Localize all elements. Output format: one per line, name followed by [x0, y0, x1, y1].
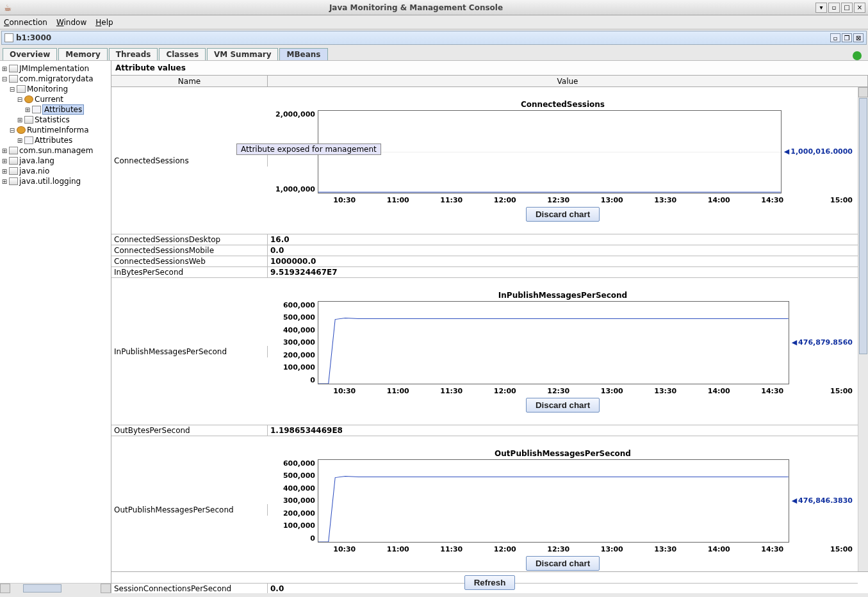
mbean-tree: ⊞JMImplementation ⊟com.migratorydata ⊟Mo…	[0, 61, 111, 189]
tree-node-attributes[interactable]: ⊞Attributes	[1, 104, 110, 115]
tree-horizontal-scrollbar[interactable]	[0, 583, 111, 593]
chart-plot[interactable]	[318, 459, 789, 543]
chart-plot[interactable]	[318, 301, 789, 384]
maximize-button[interactable]: □	[841, 3, 853, 13]
restore-button[interactable]: ▫	[828, 3, 840, 13]
tree-node-runtimeinfo[interactable]: ⊟RuntimeInforma	[1, 125, 110, 135]
tree-node-attributes2[interactable]: ⊞Attributes	[1, 135, 110, 145]
folder-icon	[9, 75, 18, 83]
attr-row-connectedsessions[interactable]: ConnectedSessions ConnectedSessions 2,00…	[111, 87, 858, 234]
attr-row-inbytes[interactable]: InBytesPerSecond9.519324467E7	[111, 267, 858, 278]
menubar: Connection Window Help	[0, 15, 868, 29]
main-split: ⊞JMImplementation ⊟com.migratorydata ⊟Mo…	[0, 60, 868, 593]
attr-name: OutPublishMessagesPerSecond	[111, 504, 268, 516]
tab-mbeans[interactable]: MBeans	[279, 48, 327, 60]
attribute-table-body: ConnectedSessions ConnectedSessions 2,00…	[111, 87, 868, 593]
tab-threads[interactable]: Threads	[109, 48, 158, 60]
refresh-button[interactable]: Refresh	[464, 575, 516, 590]
chart-current-value: ◀476,879.8560	[789, 301, 853, 384]
window-controls: ▾ ▫ □ ×	[815, 3, 865, 13]
document-title: b1:3000	[16, 33, 829, 42]
document-icon	[4, 33, 13, 42]
attr-row-cs-web[interactable]: ConnectedSessionsWeb1000000.0	[111, 256, 858, 267]
folder-icon	[9, 167, 18, 175]
folder-icon	[9, 157, 18, 165]
window-title: Java Monitoring & Management Console	[17, 3, 815, 12]
internal-close-button[interactable]: ⊠	[853, 33, 864, 42]
attr-value-chart: InPublishMessagesPerSecond 600,000500,00…	[268, 288, 858, 415]
vertical-scrollbar[interactable]	[858, 87, 868, 571]
connection-status-icon	[853, 51, 862, 60]
folder-icon	[24, 116, 33, 124]
tooltip: Attribute exposed for management	[236, 143, 381, 155]
menu-connection[interactable]: Connection	[4, 18, 47, 27]
scroll-up-button[interactable]	[858, 87, 868, 97]
titlebar: ☕ Java Monitoring & Management Console ▾…	[0, 0, 868, 15]
mbean-tree-pane: ⊞JMImplementation ⊟com.migratorydata ⊟Mo…	[0, 61, 111, 593]
menu-window[interactable]: Window	[56, 18, 86, 27]
minimize-button[interactable]: ▾	[815, 3, 827, 13]
chart-current-value: ◀1,000,016.0000	[782, 110, 853, 193]
discard-chart-button[interactable]: Discard chart	[526, 398, 600, 413]
y-axis: 600,000500,000400,000300,000200,000100,0…	[273, 301, 318, 384]
chart-title: ConnectedSessions	[273, 100, 853, 109]
column-name[interactable]: Name	[111, 76, 268, 86]
attr-row-inpublish[interactable]: InPublishMessagesPerSecond InPublishMess…	[111, 278, 858, 425]
attribute-panel: Attribute values Name Value ConnectedSes…	[111, 61, 868, 593]
attribute-header: Attribute values	[111, 61, 868, 76]
bean-icon	[17, 126, 26, 134]
scroll-thumb[interactable]	[23, 584, 61, 593]
folder-icon	[9, 65, 18, 72]
menu-help[interactable]: Help	[95, 18, 113, 27]
discard-chart-button[interactable]: Discard chart	[526, 556, 600, 571]
tree-node-jmimplementation[interactable]: ⊞JMImplementation	[1, 63, 110, 74]
java-icon: ☕	[3, 3, 13, 13]
scroll-right-button[interactable]	[101, 584, 111, 593]
x-axis: 10:3011:0011:3012:0012:3013:0013:3014:00…	[318, 387, 853, 395]
internal-window-titlebar: b1:3000 ▫ ❐ ⊠	[1, 31, 867, 45]
tree-node-javalang[interactable]: ⊞java.lang	[1, 156, 110, 166]
attributes-icon	[24, 136, 33, 144]
attr-row-cs-mobile[interactable]: ConnectedSessionsMobile0.0	[111, 245, 858, 256]
folder-icon	[9, 177, 18, 185]
attributes-icon	[32, 106, 41, 113]
tab-classes[interactable]: Classes	[159, 48, 206, 60]
y-axis: 600,000500,000400,000300,000200,000100,0…	[273, 459, 318, 543]
column-value[interactable]: Value	[268, 76, 868, 86]
attribute-column-header: Name Value	[111, 76, 868, 87]
chart-title: OutPublishMessagesPerSecond	[273, 449, 853, 458]
attr-row-outbytes[interactable]: OutBytesPerSecond1.1986534469E8	[111, 425, 858, 436]
attr-name: InPublishMessagesPerSecond	[111, 346, 268, 357]
tree-node-monitoring[interactable]: ⊟Monitoring	[1, 84, 110, 94]
chart-current-value: ◀476,846.3830	[789, 459, 853, 543]
tree-node-current[interactable]: ⊟Current	[1, 94, 110, 104]
internal-minimize-button[interactable]: ▫	[830, 33, 840, 42]
x-axis: 10:3011:0011:3012:0012:3013:0013:3014:00…	[318, 196, 853, 204]
attr-row-cs-desktop[interactable]: ConnectedSessionsDesktop16.0	[111, 234, 858, 245]
tree-node-migratorydata[interactable]: ⊟com.migratorydata	[1, 74, 110, 84]
chart-title: InPublishMessagesPerSecond	[273, 291, 853, 300]
scroll-left-button[interactable]	[0, 584, 10, 593]
tree-node-sunmanagement[interactable]: ⊞com.sun.managem	[1, 145, 110, 156]
attr-value-chart: OutPublishMessagesPerSecond 600,000500,0…	[268, 446, 858, 573]
bean-icon	[24, 95, 33, 103]
close-button[interactable]: ×	[854, 3, 865, 13]
attr-name: ConnectedSessions	[111, 155, 268, 167]
refresh-bar: Refresh	[111, 571, 868, 593]
chart-plot[interactable]	[318, 110, 782, 193]
tab-overview[interactable]: Overview	[3, 48, 57, 60]
tab-memory[interactable]: Memory	[58, 48, 108, 60]
discard-chart-button[interactable]: Discard chart	[526, 207, 600, 222]
tree-node-javanio[interactable]: ⊞java.nio	[1, 166, 110, 176]
internal-restore-button[interactable]: ❐	[842, 33, 852, 42]
attr-row-outpublish[interactable]: OutPublishMessagesPerSecond OutPublishMe…	[111, 436, 858, 584]
x-axis: 10:3011:0011:3012:0012:3013:0013:3014:00…	[318, 545, 853, 553]
folder-icon	[9, 147, 18, 154]
tree-node-statistics[interactable]: ⊞Statistics	[1, 115, 110, 125]
folder-icon	[17, 85, 26, 93]
attr-value-chart: ConnectedSessions 2,000,0001,500,0001,00…	[268, 97, 858, 224]
tree-node-javalogging[interactable]: ⊞java.util.logging	[1, 176, 110, 186]
tab-vmsummary[interactable]: VM Summary	[207, 48, 278, 60]
tab-bar: Overview Memory Threads Classes VM Summa…	[0, 46, 868, 60]
scroll-thumb[interactable]	[859, 98, 867, 354]
